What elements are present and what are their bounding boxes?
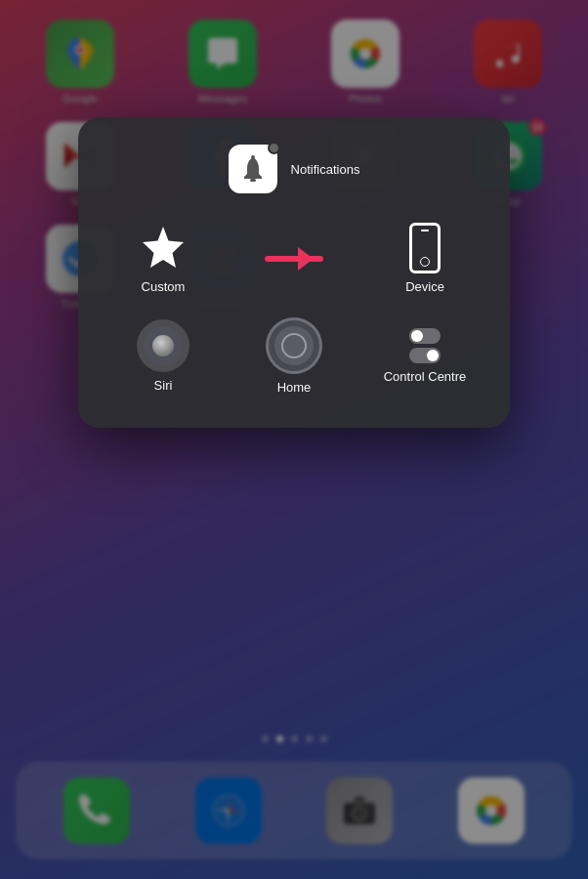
control-centre-icon [409, 328, 441, 363]
device-menu-item[interactable]: Device [360, 223, 490, 294]
siri-inner [144, 326, 183, 365]
home-label: Home [277, 380, 312, 395]
custom-menu-item[interactable]: Custom [99, 223, 229, 294]
notifications-label-wrap: Notifications [291, 162, 360, 177]
notifications-label: Notifications [291, 162, 360, 177]
toggle-thumb-2 [427, 350, 439, 361]
notifications-dot [268, 142, 280, 154]
toggle-row-2 [409, 348, 441, 363]
device-phone-icon [409, 223, 441, 273]
custom-label: Custom [142, 279, 186, 294]
toggle-row-1 [409, 328, 441, 344]
home-menu-item[interactable]: Home [230, 317, 359, 395]
popup-bottom-row: Siri Home [98, 308, 490, 398]
control-centre-menu-item[interactable]: Control Centre [360, 328, 490, 384]
device-label: Device [405, 279, 444, 294]
home-circle [281, 333, 307, 358]
right-arrow [265, 247, 323, 271]
svg-point-8 [251, 155, 255, 159]
accessibility-popup: Notifications Custom Device [78, 117, 510, 428]
svg-marker-9 [143, 227, 184, 268]
notifications-icon-wrap [229, 145, 277, 193]
home-inner [274, 326, 314, 365]
siri-icon [137, 319, 189, 372]
popup-mid-row: Custom Device [98, 219, 490, 298]
control-centre-label: Control Centre [384, 369, 467, 384]
home-button-icon [266, 317, 322, 374]
toggle-track-1 [409, 328, 441, 344]
arrow-container [230, 247, 359, 271]
svg-rect-7 [250, 179, 256, 182]
siri-label: Siri [154, 378, 173, 393]
star-icon [138, 223, 189, 273]
toggle-thumb-1 [411, 330, 423, 342]
bell-icon [239, 155, 267, 183]
siri-gem [152, 335, 174, 356]
popup-notifications-row: Notifications [98, 141, 490, 209]
siri-menu-item[interactable]: Siri [99, 319, 229, 393]
toggle-track-2 [409, 348, 441, 363]
